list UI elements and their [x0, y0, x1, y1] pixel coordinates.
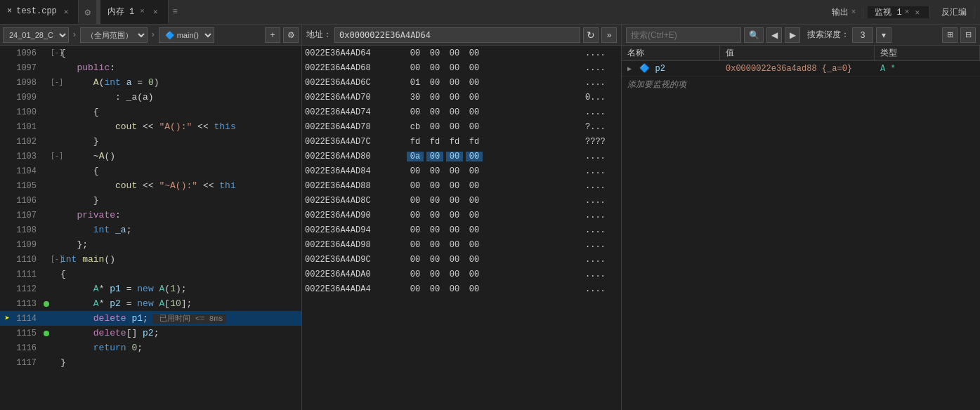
code-panel-menu[interactable]: ⚙	[79, 0, 96, 24]
memory-expand-button[interactable]: »	[601, 27, 617, 43]
bp-1115[interactable]	[42, 331, 51, 336]
tab-label: test.cpp	[16, 6, 57, 16]
code-1099: : _a(a)	[60, 92, 301, 102]
mem-row-10: 0022E36A4AD8C 00 00 00 00 ....	[302, 193, 621, 208]
linenum-1114: 1114	[13, 314, 42, 324]
mem-bytes-10: 00 00 00 00	[407, 196, 580, 206]
search-prev-button[interactable]: ◀	[766, 27, 782, 43]
fold-1110[interactable]: [-]	[51, 256, 60, 263]
mem-ascii-14: ....	[580, 255, 618, 265]
mem-addr-13: 0022E36A4AD98	[305, 240, 407, 250]
settings-button[interactable]: ⚙	[283, 27, 299, 43]
line-1099: 1099 : _a(a)	[0, 90, 301, 105]
mem-row-7: 0022E36A4AD80 0a 00 00 00 ....	[302, 149, 621, 164]
search-next-button[interactable]: ▶	[785, 27, 800, 43]
mem-row-6: 0022E36A4AD7C fd fd fd fd ????	[302, 134, 621, 149]
linenum-1104: 1104	[13, 166, 42, 176]
mem-addr-14: 0022E36A4AD9C	[305, 255, 407, 265]
fold-1103[interactable]: [-]	[51, 152, 60, 160]
code-1113: A* p2 = new A[10];	[60, 298, 301, 309]
mem-bytes-16: 00 00 00 00	[407, 284, 580, 294]
linenum-1117: 1117	[13, 358, 42, 368]
linenum-1106: 1106	[13, 196, 42, 206]
mem-addr-12: 0022E36A4AD94	[305, 225, 407, 235]
pin-icon-mem: ×	[140, 7, 145, 15]
col-value: 值	[720, 46, 875, 60]
memory-panel-chevron[interactable]: ≡	[169, 0, 182, 24]
search-button[interactable]: 🔍	[744, 27, 764, 43]
depth-dropdown[interactable]: ▾	[876, 27, 891, 43]
mem-ascii-12: ....	[580, 225, 618, 235]
tab-test-cpp[interactable]: × test.cpp ✕	[0, 0, 79, 24]
line-1101: 1101 cout << "A():" << this	[0, 119, 301, 134]
code-1103: ~A()	[60, 151, 301, 161]
mem-bytes-15: 00 00 00 00	[407, 270, 580, 279]
code-1114: delete p1; 已用时间 <= 8ms	[60, 313, 301, 324]
mem-bytes-11: 00 00 00 00	[407, 211, 580, 220]
tab-label: 内存 1	[107, 6, 134, 18]
tab-disasm[interactable]: 反汇编	[934, 6, 974, 18]
add-button[interactable]: +	[265, 27, 280, 43]
close-icon-mem[interactable]: ✕	[150, 6, 161, 18]
tab-watch1[interactable]: 监视 1 × ✕	[868, 6, 930, 18]
linenum-1109: 1109	[13, 240, 42, 250]
mem-ascii-5: ?...	[580, 122, 618, 132]
code-body: 1096 [-] { 1097 public: 1098 [-]	[0, 46, 301, 410]
arrow-1114: ➤	[1, 313, 13, 324]
tab-output[interactable]: 输出 ×	[825, 6, 864, 18]
line-1104: 1104 {	[0, 164, 301, 178]
address-input[interactable]	[334, 27, 580, 43]
mem-ascii-11: ....	[580, 211, 618, 220]
mem-ascii-1: ....	[580, 63, 618, 73]
watch-name-p2: ▶ 🔷 p2	[622, 63, 720, 74]
extra-btn2[interactable]: ⊟	[960, 27, 976, 43]
fold-1098[interactable]: [-]	[51, 79, 60, 86]
separator1: ›	[72, 29, 77, 40]
code-1110: int main()	[60, 254, 301, 265]
mem-row-4: 0022E36A4AD74 00 00 00 00 ....	[302, 105, 621, 119]
depth-input[interactable]	[852, 27, 873, 43]
code-1098: A(int a = 0)	[60, 77, 301, 88]
close-icon[interactable]: ✕	[61, 6, 72, 18]
file-select[interactable]: 24_01_28_C	[3, 27, 69, 43]
fold-1096[interactable]: [-]	[51, 49, 60, 57]
search-input[interactable]	[626, 27, 741, 43]
extra-btn1[interactable]: ⊞	[942, 27, 958, 43]
mem-addr-15: 0022E36A4ADA0	[305, 270, 407, 279]
code-1104: {	[60, 166, 301, 176]
mem-addr-3: 0022E36A4AD70	[305, 93, 407, 102]
addr-label: 地址：	[306, 29, 332, 41]
mem-bytes-12: 00 00 00 00	[407, 225, 580, 235]
add-watch-label[interactable]: 添加要监视的项	[622, 77, 980, 92]
code-1105: cout << "~A():" << thi	[60, 180, 301, 191]
line-1113: 1113 A* p2 = new A[10];	[0, 296, 301, 311]
code-1097: public:	[60, 62, 301, 73]
col-name: 名称	[622, 46, 720, 60]
close-icon-watch[interactable]: ✕	[912, 6, 922, 18]
line-1111: 1111 {	[0, 267, 301, 282]
scope-select[interactable]: （全局范围）	[80, 27, 148, 43]
code-toolbar: 24_01_28_C › （全局范围） › 🔷 main() + ⚙	[0, 25, 301, 46]
watch-body: 名称 值 类型 ▶ 🔷 p2 0x0000022e36a4ad88 {_a=0}…	[622, 46, 980, 410]
function-select[interactable]: 🔷 main()	[159, 27, 214, 43]
mem-addr-10: 0022E36A4AD8C	[305, 196, 407, 206]
line-1103: 1103 [-] ~A()	[0, 149, 301, 164]
line-1105: 1105 cout << "~A():" << thi	[0, 178, 301, 193]
mem-addr-2: 0022E36A4AD6C	[305, 78, 407, 88]
mem-row-3: 0022E36A4AD70 30 00 00 00 0...	[302, 90, 621, 105]
linenum-1105: 1105	[13, 181, 42, 191]
mem-row-9: 0022E36A4AD88 00 00 00 00 ....	[302, 178, 621, 193]
bp-1113[interactable]	[42, 301, 51, 307]
mem-addr-16: 0022E36A4ADA4	[305, 284, 407, 294]
refresh-button[interactable]: ↻	[583, 27, 599, 43]
memory-toolbar: 地址： ↻ »	[302, 25, 621, 46]
memory-panel: 地址： ↻ » 0022E36A4AD64 00 00 00 00 .... 0…	[302, 25, 622, 410]
watch-row-p2[interactable]: ▶ 🔷 p2 0x0000022e36a4ad88 {_a=0} A *	[622, 61, 980, 77]
mem-bytes-6: fd fd fd fd	[407, 137, 580, 147]
linenum-1111: 1111	[13, 270, 42, 279]
col-type: 类型	[875, 46, 980, 60]
mem-bytes-8: 00 00 00 00	[407, 166, 580, 176]
mem-row-1: 0022E36A4AD68 00 00 00 00 ....	[302, 60, 621, 75]
tab-memory[interactable]: 内存 1 × ✕	[100, 0, 169, 24]
mem-row-2: 0022E36A4AD6C 01 00 00 00 ....	[302, 75, 621, 90]
